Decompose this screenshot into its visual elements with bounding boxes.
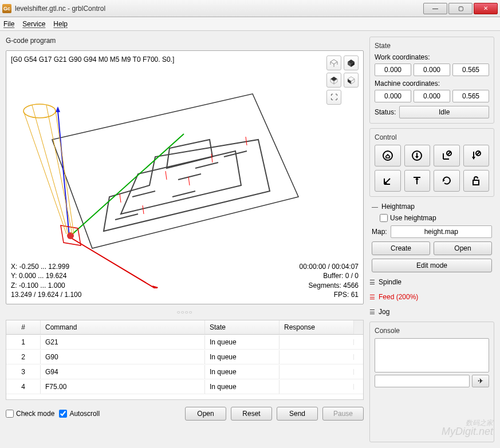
svg-line-16 — [56, 111, 74, 234]
reset-button[interactable]: Reset — [231, 407, 272, 421]
table-header-state[interactable]: State — [205, 320, 279, 334]
svg-marker-35 — [415, 156, 419, 158]
autoscroll-checkbox[interactable]: Autoscroll — [59, 410, 100, 418]
gcode-header-text: [G0 G54 G17 G21 G90 G94 M0 M5 M9 T0 F700… — [11, 55, 174, 64]
view-front-button[interactable] — [344, 73, 359, 88]
svg-marker-11 — [56, 106, 60, 112]
svg-line-5 — [143, 205, 144, 214]
safe-z-button[interactable] — [404, 170, 431, 192]
console-title: Console — [375, 327, 489, 335]
feed-toggle[interactable]: ☰Feed (200%) — [369, 292, 494, 302]
maximize-button[interactable]: ▢ — [448, 3, 473, 14]
table-scrollbar[interactable] — [354, 320, 363, 334]
minimize-button[interactable]: — — [423, 3, 447, 14]
svg-line-43 — [477, 152, 480, 155]
probe-button[interactable] — [404, 145, 431, 166]
svg-line-1 — [120, 194, 121, 203]
work-coords-label: Work coordinates: — [375, 53, 489, 61]
status-value: Idle — [399, 106, 489, 118]
svg-line-7 — [69, 237, 155, 288]
home-button[interactable] — [375, 145, 401, 166]
state-panel: State Work coordinates: 0.000 0.000 0.56… — [369, 37, 494, 124]
heightmap-edit-button[interactable]: Edit mode — [372, 259, 492, 272]
table-row[interactable]: 1G21In queue — [6, 335, 363, 350]
send-button[interactable]: Send — [277, 407, 318, 421]
console-output[interactable] — [375, 338, 489, 372]
view-iso-wire-button[interactable] — [326, 55, 341, 70]
close-button[interactable]: ✕ — [474, 3, 498, 14]
use-heightmap-checkbox[interactable]: Use heightmap — [380, 214, 492, 222]
work-y[interactable]: 0.000 — [414, 64, 450, 76]
table-row[interactable]: 3G94In queue — [6, 364, 363, 379]
control-title: Control — [375, 133, 489, 141]
check-mode-checkbox[interactable]: Check mode — [6, 410, 54, 418]
toolpath-preview-icon — [18, 71, 338, 288]
view-fit-button[interactable]: ⛶ — [326, 90, 341, 105]
svg-marker-26 — [330, 77, 337, 81]
menu-file[interactable]: File — [3, 20, 14, 28]
table-header-response[interactable]: Response — [279, 320, 354, 334]
gcode-panel-title: G-code program — [6, 37, 364, 45]
zero-xy-button[interactable] — [434, 145, 460, 166]
gcode-table: # Command State Response 1G21In queue2G9… — [6, 320, 364, 400]
svg-marker-19 — [330, 60, 337, 64]
map-label: Map: — [372, 228, 387, 236]
jog-toggle[interactable]: ☰Jog — [369, 307, 494, 317]
svg-line-46 — [385, 179, 390, 183]
machine-y[interactable]: 0.000 — [414, 90, 450, 102]
menu-help[interactable]: Help — [53, 20, 68, 28]
app-icon: Gc — [2, 4, 11, 13]
heightmap-create-button[interactable]: Create — [372, 241, 430, 255]
splitter-handle[interactable]: ○○○○ — [6, 308, 364, 316]
console-send-button[interactable]: ✈ — [472, 375, 489, 387]
spindle-toggle[interactable]: ☰Spindle — [369, 277, 494, 287]
table-row[interactable]: 2G90In queue — [6, 350, 363, 364]
work-x[interactable]: 0.000 — [375, 64, 411, 76]
view-top-button[interactable] — [326, 73, 341, 88]
control-panel: Control — [369, 128, 494, 197]
console-panel: Console ✈ — [369, 322, 494, 442]
svg-rect-52 — [473, 180, 479, 185]
heightmap-toggle[interactable]: —Heightmap — [372, 201, 492, 212]
zero-z-button[interactable] — [463, 145, 490, 166]
refresh-button[interactable] — [434, 170, 460, 192]
titlebar: Gc levelshifter.gtl.nc - grblControl — ▢… — [0, 0, 500, 17]
table-header-num[interactable]: # — [6, 320, 41, 334]
svg-point-14 — [23, 104, 56, 118]
svg-line-6 — [188, 177, 190, 185]
goto-origin-button[interactable] — [375, 170, 401, 192]
open-button[interactable]: Open — [185, 407, 226, 421]
machine-z[interactable]: 0.565 — [452, 90, 489, 102]
svg-marker-41 — [472, 157, 475, 160]
svg-line-2 — [166, 171, 167, 180]
viewer-stats-right: 00:00:00 / 00:04:07 Buffer: 0 / 0 Segmen… — [300, 262, 359, 299]
view-iso-solid-button[interactable] — [344, 55, 359, 70]
map-file-input[interactable]: height.map — [391, 225, 492, 238]
svg-point-32 — [383, 151, 392, 160]
table-header-command[interactable]: Command — [41, 320, 205, 334]
svg-marker-30 — [348, 79, 351, 84]
viewer-stats-left: X: -0.250 ... 12.999 Y: 0.000 ... 19.624… — [11, 262, 81, 299]
work-z[interactable]: 0.565 — [452, 64, 489, 76]
console-input[interactable] — [375, 375, 470, 387]
table-row[interactable]: 4F75.00In queue — [6, 379, 363, 394]
machine-x[interactable]: 0.000 — [375, 90, 411, 102]
state-title: State — [375, 42, 489, 50]
svg-line-9 — [69, 134, 184, 237]
heightmap-open-button[interactable]: Open — [434, 241, 492, 255]
svg-marker-0 — [52, 94, 298, 248]
pause-button[interactable]: Pause — [322, 407, 364, 421]
menu-service[interactable]: Service — [22, 20, 45, 28]
svg-marker-8 — [152, 286, 158, 288]
machine-coords-label: Machine coordinates: — [375, 80, 489, 88]
window-title: levelshifter.gtl.nc - grblControl — [15, 5, 423, 13]
gcode-viewer[interactable]: [G0 G54 G17 G21 G90 G94 M0 M5 M9 T0 F700… — [6, 50, 364, 304]
unlock-button[interactable] — [463, 170, 490, 192]
svg-marker-31 — [351, 79, 355, 84]
menubar: File Service Help — [0, 17, 500, 31]
svg-line-39 — [447, 152, 451, 155]
status-label: Status: — [375, 108, 396, 116]
